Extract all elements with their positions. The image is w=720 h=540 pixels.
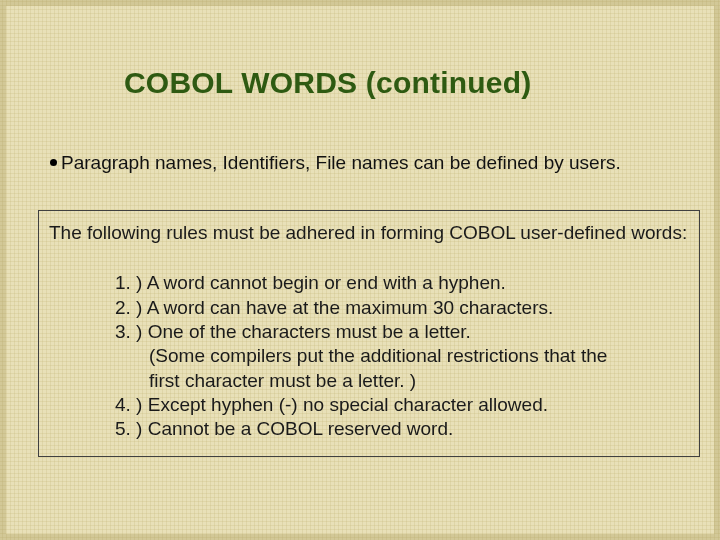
rule-num: 1. ) (115, 272, 142, 293)
rule-text: One of the characters must be a letter. (148, 321, 471, 342)
rule-num: 5. ) (115, 418, 142, 439)
rule-item: 3. ) One of the characters must be a let… (115, 320, 689, 344)
rule-num: 3. ) (115, 321, 142, 342)
rules-box: The following rules must be adhered in f… (38, 210, 700, 457)
rule-text: A word can have at the maximum 30 charac… (147, 297, 554, 318)
rule-num: 4. ) (115, 394, 142, 415)
rule-item: 5. ) Cannot be a COBOL reserved word. (115, 417, 689, 441)
rule-subline: (Some compilers put the additional restr… (149, 344, 689, 368)
rule-text: A word cannot begin or end with a hyphen… (147, 272, 506, 293)
rule-text: Cannot be a COBOL reserved word. (148, 418, 454, 439)
rules-intro: The following rules must be adhered in f… (49, 221, 689, 245)
rule-item: 2. ) A word can have at the maximum 30 c… (115, 296, 689, 320)
rule-text: Except hyphen (-) no special character a… (148, 394, 548, 415)
bullet-icon (50, 159, 57, 166)
slide-title: COBOL WORDS (continued) (124, 66, 531, 100)
intro-bullet-text: Paragraph names, Identifiers, File names… (61, 152, 621, 173)
rule-item: 4. ) Except hyphen (-) no special charac… (115, 393, 689, 417)
rule-num: 2. ) (115, 297, 142, 318)
slide: COBOL WORDS (continued) Paragraph names,… (0, 0, 720, 540)
rules-list: 1. ) A word cannot begin or end with a h… (115, 271, 689, 441)
rule-item: 1. ) A word cannot begin or end with a h… (115, 271, 689, 295)
intro-bullet: Paragraph names, Identifiers, File names… (50, 152, 674, 174)
rule-subline: first character must be a letter. ) (149, 369, 689, 393)
